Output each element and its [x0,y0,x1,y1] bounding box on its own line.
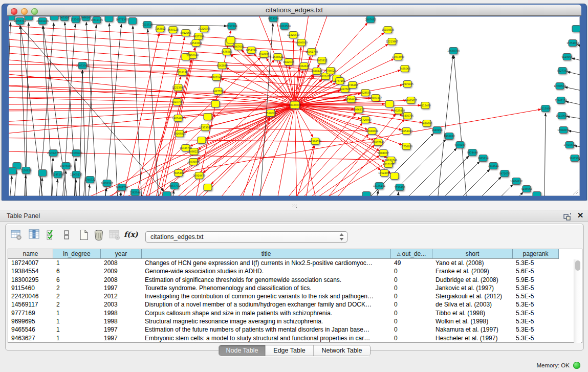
table-cell: 0 [391,317,432,325]
graph-node[interactable] [211,101,220,107]
graph-edge [565,101,580,106]
column-header-short[interactable]: short [432,249,513,259]
table-cell: Corpus callosum shape and size in male p… [142,309,391,317]
graph-node[interactable] [227,37,235,43]
tab-node-table[interactable]: Node Table [219,345,266,356]
graph-node-label: 18807249 [372,141,384,144]
graph-node[interactable] [38,170,47,177]
canvas-resize-grip[interactable] [572,188,579,195]
select-rows-button[interactable] [45,228,58,242]
graph-node-label: 18724007 [289,103,301,106]
table-mode-button[interactable] [10,228,23,242]
table-header-row: namein_degreeyeartitle△out_de...shortpag… [8,249,582,259]
new-column-button[interactable] [77,228,91,242]
column-header-in_degree[interactable]: in_degree [53,249,101,259]
graph-node-label: 7357224 [226,25,237,28]
table-row[interactable]: 946362711997Embryonic stem cells: a mode… [8,334,582,342]
delete-column-button[interactable] [92,228,105,242]
graph-edge [424,156,469,196]
table-cell: 5.3E-5 [513,284,559,292]
float-panel-icon[interactable] [563,212,572,221]
table-row[interactable]: 946554611997Estimation of the future num… [8,325,582,334]
network-window-titlebar[interactable]: citations_edges.txt [7,5,581,16]
table-row[interactable]: 1456911722003Disruption of a novel membe… [8,300,582,309]
table-row[interactable]: 2242004622012Investigating the contribut… [8,292,582,300]
table-cell: 1 [53,325,101,334]
graph-node-label: 9474444 [467,151,477,154]
graph-node-label: 1588520 [272,55,283,58]
graph-node-label: 6794028 [325,69,336,72]
graph-node-label: 3624554 [360,91,371,94]
scrollbar-thumb[interactable] [575,260,580,271]
graph-node-label: 19854985 [172,117,184,120]
graph-node-label: 10973493 [392,55,404,58]
table-cell: Disruption of a novel member of a sodium… [142,300,391,309]
tab-edge-table[interactable]: Edge Table [266,345,314,356]
graph-node[interactable] [204,114,212,120]
table-cell: Estimation of significance thresholds fo… [142,276,391,284]
graph-node-label: 7986372 [353,108,364,111]
graph-node[interactable] [204,184,212,191]
column-header-name[interactable]: name [8,249,53,259]
table-row[interactable]: 1938455462009Genome-wide association stu… [8,267,582,275]
graph-node-label: 8454749 [246,49,256,52]
table-row[interactable]: 1872400712008Changes of HCN gene express… [8,259,582,267]
delete-table-button[interactable] [108,228,121,242]
graph-node[interactable] [385,101,394,107]
graph-node[interactable] [163,192,171,196]
column-header-out_de[interactable]: △out_de... [391,249,432,259]
column-header-year[interactable]: year [101,249,142,259]
graph-edge [9,138,378,142]
column-header-title[interactable]: title [142,249,391,259]
table-cell: 1 [53,309,101,317]
tab-network-table[interactable]: Network Table [314,345,370,356]
graph-node-label: 15756928 [400,145,412,148]
close-panel-icon[interactable]: ✕ [576,211,584,220]
table-row[interactable]: 977716911998Corpus callosum shape and si… [8,309,582,317]
graph-node-label: 2530021 [265,112,276,115]
graph-node-label: 10975887 [60,164,72,167]
graph-node-label: 12975185 [401,82,413,85]
memory-status-indicator[interactable] [573,362,580,369]
graph-node-label: 9699695 [421,122,432,125]
graph-node-label: 17016504 [563,143,576,146]
graph-node[interactable] [9,168,16,174]
graph-edge [218,105,295,196]
memory-status-label: Memory: OK [536,362,570,368]
table-row[interactable]: 969969511998Structural magnetic resonanc… [8,317,582,325]
table-row[interactable]: 911546021997Tourette syndrome. Phenomeno… [8,284,582,292]
table-cell: 18300295 [8,276,53,284]
table-cell: Structural magnetic resonance image aver… [142,317,391,325]
graph-node-label: 9129966 [561,55,572,58]
table-select-dropdown[interactable]: citations_edges.txt [145,231,347,243]
column-header-pagerank[interactable]: pagerank [513,249,559,259]
graph-node-label: 23226055 [198,27,210,30]
graph-node-label: 10025458 [393,109,405,112]
graph-node[interactable] [198,137,206,144]
function-builder-button[interactable]: f(x) [124,228,137,242]
table-cell: Jankovic et al. (1997) [432,284,513,292]
table-cell: 1997 [101,284,142,292]
graph-node[interactable] [362,192,371,196]
graph-node-label: 9777169 [334,79,345,82]
graph-node[interactable] [50,16,58,20]
graph-edge [133,26,142,196]
network-canvas[interactable]: 2405571220691406106532871527602646616010… [9,16,580,196]
graph-node[interactable] [533,192,541,196]
graph-node-label: 1145154 [52,173,63,176]
graph-node-label: 16543382 [190,41,202,45]
graph-node-label: 7825402 [173,171,184,174]
panel-splitter-handle[interactable] [0,201,588,210]
graph-node-label: 22420046 [186,54,199,57]
graph-edge [10,176,12,196]
graph-node[interactable] [390,173,399,180]
table-vertical-scrollbar[interactable] [574,259,581,343]
select-column-button[interactable] [28,228,41,242]
row-height-button[interactable] [60,228,73,242]
graph-node[interactable] [105,16,113,22]
graph-node-label: 9242848 [216,64,227,67]
table-row[interactable]: 1830029562008Estimation of significance … [8,276,582,284]
table-panel-title: Table Panel [7,212,40,220]
graph-node[interactable] [572,26,580,32]
graph-node[interactable] [128,18,137,25]
